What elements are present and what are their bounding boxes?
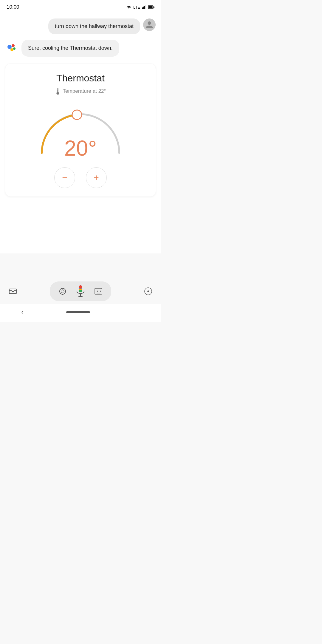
svg-rect-16 xyxy=(9,289,16,294)
assistant-bubble: Sure, cooling the Thermostat down. xyxy=(21,40,119,57)
svg-point-41 xyxy=(148,291,149,292)
bottom-bar xyxy=(0,277,161,304)
arc-dial[interactable]: 20° xyxy=(33,99,128,159)
svg-rect-3 xyxy=(145,5,146,9)
controls-row: − + xyxy=(54,167,107,188)
bottom-spacer xyxy=(0,253,161,277)
assistant-message-row: Sure, cooling the Thermostat down. xyxy=(5,40,156,57)
battery-icon xyxy=(148,5,154,9)
decrease-button[interactable]: − xyxy=(54,167,75,188)
svg-point-17 xyxy=(60,288,66,294)
google-assistant-logo xyxy=(5,41,18,54)
keyboard-icon[interactable] xyxy=(93,286,104,297)
person-icon xyxy=(145,21,154,29)
lte-label: LTE xyxy=(133,5,140,10)
svg-point-18 xyxy=(61,290,64,293)
thermometer-icon xyxy=(55,87,61,95)
compass-icon[interactable] xyxy=(143,286,154,297)
user-bubble: turn down the hallway thermostat xyxy=(48,18,140,34)
thermostat-title: Thermostat xyxy=(56,73,105,84)
temp-display: 20° xyxy=(64,137,97,159)
nav-bar: ‹ xyxy=(0,304,161,322)
lens-icon[interactable] xyxy=(57,286,68,297)
thermostat-card: Thermostat Temperature at 22° 20° xyxy=(5,64,156,196)
svg-rect-6 xyxy=(154,7,154,8)
microphone-button[interactable] xyxy=(74,284,87,298)
svg-point-8 xyxy=(12,44,15,47)
svg-point-9 xyxy=(10,48,13,51)
status-icons: LTE xyxy=(126,5,154,10)
svg-rect-27 xyxy=(79,289,82,290)
assistant-input-pill[interactable] xyxy=(50,281,111,301)
wifi-icon xyxy=(126,5,131,9)
home-pill[interactable] xyxy=(66,311,90,313)
svg-point-7 xyxy=(7,45,12,49)
status-bar: 10:00 LTE xyxy=(0,0,161,13)
status-time: 10:00 xyxy=(7,4,19,10)
svg-point-14 xyxy=(57,92,59,95)
svg-rect-1 xyxy=(143,7,144,9)
increase-button[interactable]: + xyxy=(86,167,107,188)
svg-rect-0 xyxy=(142,7,143,9)
svg-point-10 xyxy=(13,47,16,50)
back-button[interactable]: ‹ xyxy=(21,308,23,316)
svg-rect-2 xyxy=(144,6,145,9)
signal-icon xyxy=(142,5,146,9)
svg-rect-29 xyxy=(79,290,82,292)
user-avatar xyxy=(143,18,156,31)
svg-point-15 xyxy=(72,110,82,120)
chat-area: turn down the hallway thermostat Sure, c… xyxy=(0,13,161,253)
inbox-icon[interactable] xyxy=(7,286,18,297)
temp-label-row: Temperature at 22° xyxy=(55,87,106,95)
temp-label: Temperature at 22° xyxy=(63,88,106,94)
svg-rect-5 xyxy=(148,6,153,8)
user-message-row: turn down the hallway thermostat xyxy=(5,18,156,34)
assistant-dots-icon xyxy=(5,41,18,54)
svg-rect-24 xyxy=(79,285,82,289)
